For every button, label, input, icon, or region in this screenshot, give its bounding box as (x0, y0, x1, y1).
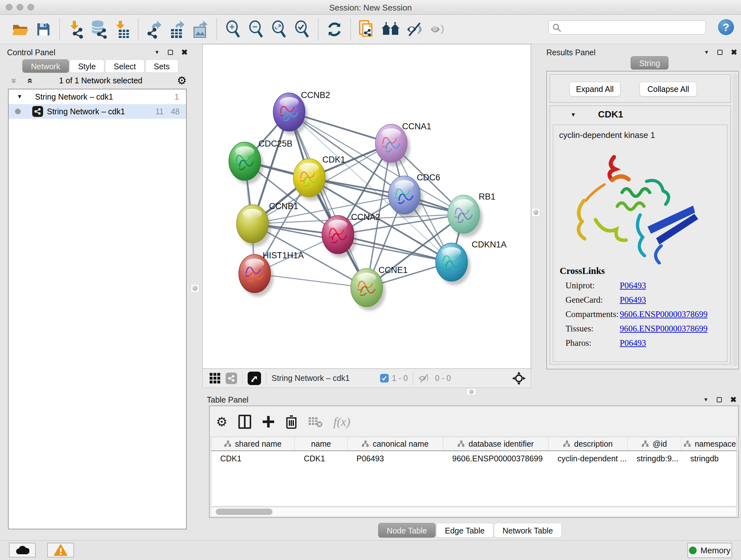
crosslink-link[interactable]: 9606.ENSP00000378699 (620, 309, 708, 319)
delete-column-icon[interactable] (286, 415, 297, 429)
network-collection-row[interactable]: ▼ String Network – cdk1 1 (9, 89, 186, 104)
network-canvas[interactable]: CCNB2CCNA1CDC25BCDK1CDC6RB1CCNB1CCNA2CDK… (202, 44, 531, 369)
column-header-namespace[interactable]: namespace (681, 437, 739, 450)
results-panel-body: Expand All Collapse All ▼ CDK1 cyclin-de… (546, 71, 739, 369)
results-panel-title: Results Panel (546, 48, 596, 57)
crosslink-link[interactable]: P06493 (620, 295, 646, 305)
expand-all-button[interactable]: Expand All (569, 82, 620, 97)
crosslink-label: GeneCard: (560, 295, 620, 305)
expand-all-networks-icon[interactable]: » (23, 78, 35, 84)
import-table-file-button[interactable] (113, 19, 131, 40)
duplicate-network-button[interactable] (358, 19, 376, 40)
tab-network-table[interactable]: Network Table (494, 523, 562, 538)
network-node-CCNB1[interactable] (237, 205, 271, 247)
tab-select[interactable]: Select (105, 59, 144, 73)
column-header-database-identifier[interactable]: database identifier (443, 437, 549, 450)
first-neighbors-button[interactable] (381, 19, 401, 40)
network-share-toggle-icon[interactable] (226, 373, 237, 384)
eye-slash-icon (406, 22, 424, 37)
table-panel-float-button[interactable] (717, 397, 722, 402)
network-node-RB1[interactable] (448, 195, 482, 237)
tab-node-table[interactable]: Node Table (378, 523, 435, 538)
cell-name: CDK1 (295, 451, 347, 466)
control-panel-close-button[interactable]: ✖ (181, 48, 188, 57)
tab-edge-table[interactable]: Edge Table (436, 523, 493, 538)
control-panel-float-button[interactable] (168, 50, 173, 55)
table-options-gear-icon[interactable]: ⚙ (216, 415, 227, 429)
scrollbar-thumb[interactable] (216, 509, 273, 515)
left-splitter-handle[interactable] (191, 284, 199, 293)
network-node-CDKN1A[interactable] (435, 243, 470, 285)
collapse-all-networks-icon[interactable]: » (9, 78, 20, 84)
tab-string[interactable]: String (630, 56, 669, 70)
cloud-status-button[interactable] (9, 543, 36, 557)
crosslink-link[interactable]: P06493 (620, 338, 646, 348)
zoom-out-button[interactable] (247, 19, 265, 40)
crosslink-link[interactable]: P06493 (620, 281, 646, 291)
column-header-@id[interactable]: @id (628, 437, 681, 450)
gene-expand-arrow[interactable]: ▼ (570, 112, 576, 118)
export-table-button[interactable] (169, 19, 186, 40)
refresh-view-button[interactable] (326, 19, 343, 40)
column-header-name[interactable]: name (295, 437, 347, 450)
export-network-button[interactable] (145, 19, 163, 40)
tab-sets[interactable]: Sets (145, 59, 179, 73)
network-node-HIST1H1A[interactable] (239, 254, 273, 297)
right-splitter-handle[interactable] (532, 208, 540, 216)
collection-expand-arrow[interactable]: ▼ (17, 94, 22, 100)
open-session-button[interactable] (11, 19, 29, 40)
add-column-icon[interactable] (262, 415, 275, 428)
column-header-shared-name[interactable]: shared name (211, 437, 295, 450)
network-row-selected[interactable]: String Network – cdk1 11 48 (9, 104, 186, 119)
hide-selected-button[interactable] (406, 19, 424, 40)
help-button[interactable]: ? (718, 19, 734, 35)
search-input[interactable] (548, 20, 706, 35)
birds-eye-view-toggle[interactable] (248, 372, 261, 385)
hidden-eye-icon[interactable] (418, 374, 431, 383)
gene-name: CDK1 (598, 109, 623, 120)
table-panel-menu-arrow[interactable]: ▼ (703, 397, 709, 402)
zoom-fit-button[interactable] (270, 19, 288, 40)
fit-selected-crosshair-icon[interactable] (512, 371, 526, 386)
memory-button[interactable]: Memory (687, 543, 732, 558)
column-header-canonical-name[interactable]: canonical name (347, 437, 443, 450)
network-edge[interactable] (289, 112, 367, 288)
cell-database-identifier: 9606.ENSP00000378699 (443, 451, 549, 466)
tab-network[interactable]: Network (22, 59, 69, 73)
results-panel-float-button[interactable] (718, 50, 723, 55)
results-panel-menu-arrow[interactable]: ▼ (704, 50, 709, 55)
show-all-button[interactable] (429, 19, 448, 40)
warnings-button[interactable] (47, 543, 74, 557)
zoom-selected-button[interactable] (293, 19, 311, 40)
column-header-description[interactable]: description (549, 437, 628, 450)
results-scrollbar[interactable] (732, 72, 738, 368)
zoom-in-button[interactable] (224, 19, 242, 40)
table-panel-close-button[interactable]: ✖ (730, 395, 737, 404)
control-panel-menu-arrow[interactable]: ▼ (154, 50, 159, 55)
import-network-file-button[interactable] (67, 19, 85, 40)
cell-@id: stringdb:9... (628, 451, 681, 466)
import-network-database-button[interactable] (90, 19, 108, 40)
hidden-counts: 0 - 0 (435, 374, 451, 383)
crosslink-link[interactable]: 9606.ENSP00000378699 (620, 324, 708, 334)
node-label-CCNE1: CCNE1 (379, 265, 408, 275)
save-session-button[interactable] (35, 19, 52, 40)
collapse-all-button[interactable]: Collapse All (639, 82, 697, 97)
zoom-in-icon (225, 20, 241, 38)
crosslinks-title: CrossLinks (560, 266, 726, 276)
table-header-row: shared namenamecanonical namedatabase id… (211, 437, 737, 451)
tab-style[interactable]: Style (70, 59, 105, 73)
zoom-selected-icon (294, 20, 310, 38)
node-label-CDC6: CDC6 (417, 173, 441, 182)
import-network-icon (68, 20, 84, 39)
selected-checkbox-icon[interactable] (380, 374, 389, 382)
show-columns-icon[interactable] (239, 415, 251, 429)
network-node-CDK1[interactable] (293, 159, 328, 201)
table-horizontal-scrollbar[interactable] (211, 507, 737, 516)
table-row[interactable]: CDK1CDK1P064939606.ENSP00000378699cyclin… (211, 451, 737, 466)
network-options-gear-icon[interactable]: ⚙ (177, 74, 187, 87)
export-image-button[interactable] (192, 19, 209, 40)
grid-view-icon[interactable] (210, 373, 220, 384)
results-panel-close-button[interactable]: ✖ (731, 48, 737, 57)
network-current-dot (15, 109, 21, 114)
